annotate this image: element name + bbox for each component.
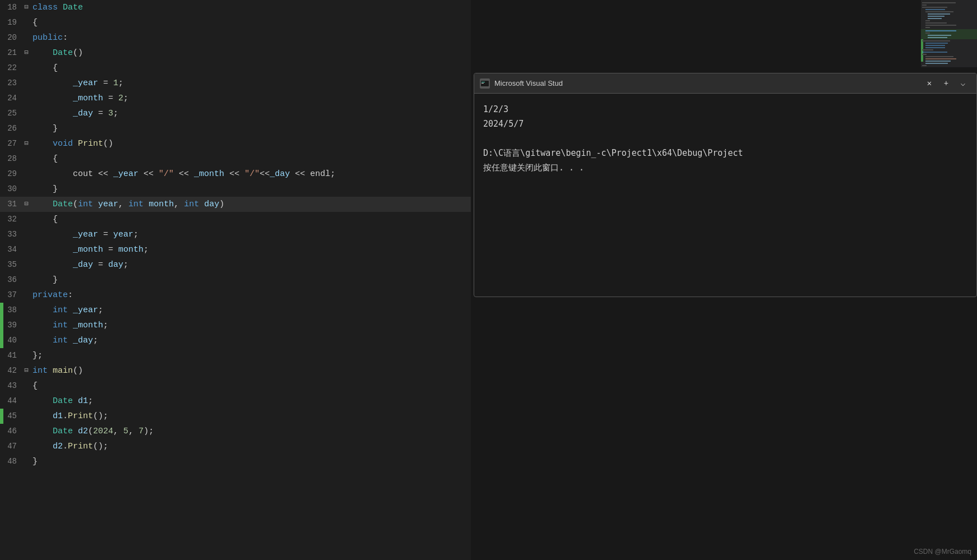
indent-guide <box>33 109 53 118</box>
token-plain <box>93 200 98 209</box>
token-fn: main <box>53 366 73 376</box>
code-content: Date(int year, int month, int day) <box>30 197 471 212</box>
terminal-close-button[interactable]: ✕ <box>922 76 937 91</box>
code-content: class Date <box>30 0 471 15</box>
code-line: 25 _day = 3; <box>0 106 471 121</box>
token-punct: } <box>53 184 58 194</box>
watermark: CSDN @MrGaomq <box>914 548 971 556</box>
terminal-more-button[interactable]: ⌵ <box>955 76 971 91</box>
token-plain <box>68 306 73 315</box>
code-content: _day = 3; <box>30 106 471 121</box>
token-plain <box>48 366 53 376</box>
svg-rect-7 <box>928 16 944 17</box>
token-plain: (); <box>93 442 108 451</box>
token-plain: << <box>174 169 194 179</box>
svg-rect-10 <box>925 22 947 24</box>
svg-rect-33 <box>481 82 485 82</box>
token-plain: . <box>63 411 68 421</box>
line-number: 19 <box>0 15 22 30</box>
code-line: 22 { <box>0 61 471 76</box>
indent-guide <box>33 48 53 58</box>
token-kw: int <box>184 200 199 209</box>
token-type: Date <box>63 3 83 12</box>
indent-guide <box>53 260 73 270</box>
fold-indicator[interactable]: ⊟ <box>22 0 30 15</box>
token-plain: ); <box>143 427 154 436</box>
code-content: int _day; <box>30 333 471 348</box>
svg-rect-3 <box>922 7 947 8</box>
code-content: int main() <box>30 363 471 378</box>
line-number: 41 <box>0 348 22 363</box>
svg-rect-23 <box>922 49 933 50</box>
terminal-new-tab-button[interactable]: + <box>938 76 954 91</box>
code-content: private: <box>30 288 471 303</box>
token-plain <box>73 139 78 149</box>
token-plain: () <box>73 48 83 58</box>
svg-rect-26 <box>925 56 953 57</box>
token-plain <box>199 200 204 209</box>
code-content: _day = day; <box>30 257 471 272</box>
token-plain: : <box>68 290 73 300</box>
indent-guide <box>33 230 53 239</box>
token-plain: , <box>113 427 123 436</box>
svg-rect-4 <box>925 9 945 10</box>
svg-rect-28 <box>925 61 951 62</box>
code-content: int _year; <box>30 303 471 318</box>
code-content: _month = 2; <box>30 91 471 106</box>
indent-guide <box>33 124 53 133</box>
token-plain: () <box>103 139 113 149</box>
code-editor: 18⊟class Date19 {20 public:21⊟ Date()22 … <box>0 0 471 560</box>
code-content: { <box>30 61 471 76</box>
svg-rect-16 <box>928 35 951 36</box>
svg-rect-21 <box>925 45 945 46</box>
token-member: _year <box>73 306 98 315</box>
token-fn: Print <box>68 411 93 421</box>
token-type: Date <box>53 200 73 209</box>
breakpoint-indicator <box>0 303 3 318</box>
token-plain: ; <box>123 260 128 270</box>
code-content: } <box>30 454 471 469</box>
indent-guide <box>53 169 73 179</box>
indent-guide <box>53 78 73 88</box>
code-line: 23 _year = 1; <box>0 76 471 91</box>
line-number: 25 <box>0 106 22 121</box>
fold-indicator[interactable]: ⊟ <box>22 136 30 151</box>
token-kw: int <box>53 336 68 345</box>
token-plain: . <box>63 442 68 451</box>
token-plain: = <box>98 230 113 239</box>
line-number: 21 <box>0 45 22 61</box>
indent-guide <box>33 78 53 88</box>
breakpoint-indicator <box>0 318 3 333</box>
indent-guide <box>33 411 53 421</box>
token-plain: = <box>103 245 118 254</box>
svg-rect-15 <box>925 33 930 34</box>
line-number: 33 <box>0 227 22 242</box>
token-type: Date <box>53 427 73 436</box>
fold-indicator[interactable]: ⊟ <box>22 363 30 378</box>
svg-rect-11 <box>925 25 956 26</box>
code-content: } <box>30 182 471 197</box>
line-number: 48 <box>0 454 22 469</box>
token-plain: ; <box>93 336 98 345</box>
token-str: "/" <box>244 169 260 179</box>
code-line: 36 } <box>0 272 471 288</box>
minimap <box>921 0 977 67</box>
token-kw: int <box>78 200 93 209</box>
code-content: { <box>30 15 471 30</box>
code-line: 37 private: <box>0 288 471 303</box>
indent-guide <box>33 154 53 164</box>
output-close-msg: 按任意键关闭此窗口. . . <box>483 161 967 174</box>
fold-indicator[interactable]: ⊟ <box>22 45 30 61</box>
line-number: 22 <box>0 61 22 76</box>
svg-rect-29 <box>925 63 948 64</box>
token-param: year <box>98 200 118 209</box>
fold-indicator[interactable]: ⊟ <box>22 197 30 212</box>
token-plain: ; <box>113 109 118 118</box>
terminal-window[interactable]: Microsoft Visual Stud ✕ + ⌵ 1/2/3 2024/5… <box>474 73 977 297</box>
token-kw: public <box>33 33 63 43</box>
token-plain <box>68 336 73 345</box>
token-plain: ( <box>88 427 93 436</box>
token-plain: << <box>224 169 244 179</box>
token-plain: ; <box>88 396 93 406</box>
line-number: 24 <box>0 91 22 106</box>
